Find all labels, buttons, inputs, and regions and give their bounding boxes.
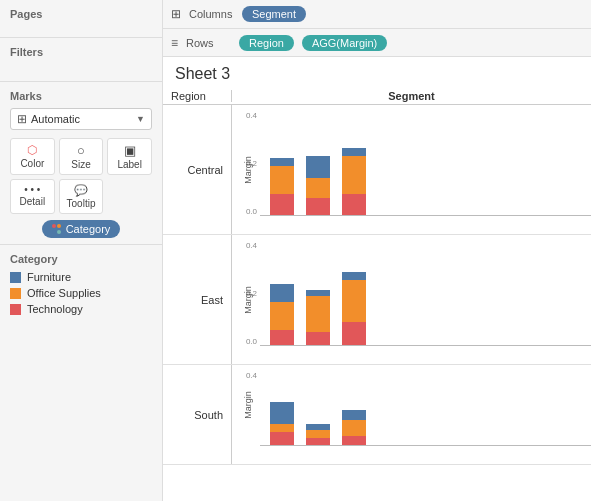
- color-button[interactable]: ⬡ Color: [10, 138, 55, 175]
- category-item-furniture: Furniture: [10, 271, 152, 283]
- bar-segment-office: [306, 178, 330, 198]
- marks-dropdown[interactable]: ⊞ Automatic ▼: [10, 108, 152, 130]
- detail-icon: • • •: [24, 184, 40, 195]
- margin-label-south: Margin: [243, 391, 253, 419]
- bar-south-homeoffice[interactable]: [342, 410, 366, 446]
- category-title: Category: [10, 253, 152, 265]
- bar-segment-office: [342, 156, 366, 194]
- bars-east: [260, 235, 591, 364]
- technology-color: [10, 304, 21, 315]
- bar-segment-tech: [270, 330, 294, 346]
- region-label-south: South: [163, 365, 231, 464]
- bar-east-homeoffice[interactable]: [342, 272, 366, 346]
- main-content: ⊞ Columns Segment ≡ Rows Region AGG(Marg…: [163, 0, 591, 501]
- rows-icon: ≡: [171, 36, 178, 50]
- bar-segment-tech: [342, 322, 366, 346]
- marks-dropdown-icon: ⊞: [17, 112, 27, 126]
- tooltip-button[interactable]: 💬 Tooltip: [59, 179, 104, 214]
- margin-label-east: Margin: [243, 286, 253, 314]
- category-pill-label: Category: [66, 223, 111, 235]
- bar-segment-office: [306, 430, 330, 438]
- office-supplies-label: Office Supplies: [27, 287, 101, 299]
- bar-east-consumer[interactable]: [270, 284, 294, 346]
- chart-row-south: South 0.4 Margin: [163, 365, 591, 465]
- header-area: ⊞ Columns Segment ≡ Rows Region AGG(Marg…: [163, 0, 591, 57]
- bar-south-corporate[interactable]: [306, 424, 330, 446]
- pages-label: Pages: [10, 8, 152, 20]
- region-label-east: East: [163, 235, 231, 364]
- color-label: Color: [20, 158, 44, 169]
- y-val-00-east: 0.0: [246, 337, 257, 346]
- filters-label: Filters: [10, 46, 152, 58]
- bar-segment-furn: [342, 148, 366, 156]
- bar-segment-furn: [342, 410, 366, 420]
- bar-central-corporate[interactable]: [306, 156, 330, 216]
- chart-row-central: Central 0.4 0.2 0.0 Margin: [163, 105, 591, 235]
- y-val-00: 0.0: [246, 207, 257, 216]
- pages-section: Pages: [0, 0, 162, 38]
- label-icon: ▣: [124, 143, 136, 158]
- category-item-technology: Technology: [10, 303, 152, 315]
- y-val-04-south: 0.4: [246, 371, 257, 380]
- bar-segment-tech: [342, 194, 366, 216]
- bar-segment-furn: [270, 402, 294, 424]
- y-val-04: 0.4: [246, 111, 257, 120]
- chart-row-east: East 0.4 0.2 0.0 Margin: [163, 235, 591, 365]
- rows-label: Rows: [186, 37, 231, 49]
- region-pill[interactable]: Region: [239, 35, 294, 51]
- bar-segment-tech: [306, 332, 330, 346]
- marks-title: Marks: [10, 90, 152, 102]
- size-icon: ○: [77, 143, 85, 158]
- sheet-area: Sheet 3 Region Segment Central 0.4 0.2 0…: [163, 57, 591, 501]
- filters-section: Filters: [0, 38, 162, 82]
- axis-line-south: [260, 445, 591, 446]
- segment-pill[interactable]: Segment: [242, 6, 306, 22]
- size-label: Size: [71, 159, 90, 170]
- columns-label: Columns: [189, 8, 234, 20]
- bar-south-consumer[interactable]: [270, 402, 294, 446]
- label-button[interactable]: ▣ Label: [107, 138, 152, 175]
- bar-segment-office: [342, 420, 366, 436]
- region-col-header: Region: [163, 90, 231, 102]
- bar-segment-office: [306, 296, 330, 332]
- furniture-label: Furniture: [27, 271, 71, 283]
- region-label-central: Central: [163, 105, 231, 234]
- bar-segment-furn: [270, 284, 294, 302]
- bar-segment-tech: [270, 194, 294, 216]
- bar-segment-furn: [342, 272, 366, 280]
- agg-margin-pill[interactable]: AGG(Margin): [302, 35, 387, 51]
- chevron-down-icon: ▼: [136, 114, 145, 124]
- bar-segment-tech: [306, 198, 330, 216]
- marks-section: Marks ⊞ Automatic ▼ ⬡ Color ○ Size ▣ Lab…: [0, 82, 162, 245]
- label-label: Label: [117, 159, 141, 170]
- category-item-office-supplies: Office Supplies: [10, 287, 152, 299]
- columns-icon: ⊞: [171, 7, 181, 21]
- category-pill[interactable]: Category: [42, 220, 121, 238]
- bar-segment-office: [270, 424, 294, 432]
- furniture-color: [10, 272, 21, 283]
- bars-south: [260, 365, 591, 464]
- marks-dropdown-label: Automatic: [31, 113, 136, 125]
- axis-line-east: [260, 345, 591, 346]
- size-button[interactable]: ○ Size: [59, 138, 104, 175]
- y-val-04-east: 0.4: [246, 241, 257, 250]
- tooltip-icon: 💬: [74, 184, 88, 197]
- bar-segment-furn: [306, 156, 330, 178]
- bar-east-corporate[interactable]: [306, 290, 330, 346]
- detail-button[interactable]: • • • Detail: [10, 179, 55, 214]
- margin-label-central: Margin: [243, 156, 253, 184]
- sidebar: Pages Filters Marks ⊞ Automatic ▼ ⬡ Colo…: [0, 0, 163, 501]
- category-section: Category Furniture Office Supplies Techn…: [0, 245, 162, 501]
- bars-central: [260, 105, 591, 234]
- category-dots-icon: [52, 224, 62, 234]
- bar-segment-office: [342, 280, 366, 322]
- bar-segment-office: [270, 166, 294, 194]
- technology-label: Technology: [27, 303, 83, 315]
- bar-central-consumer[interactable]: [270, 158, 294, 216]
- marks-buttons: ⬡ Color ○ Size ▣ Label • • • Detail 💬 To…: [10, 138, 152, 214]
- bar-segment-tech: [270, 432, 294, 446]
- sheet-title: Sheet 3: [163, 57, 591, 87]
- category-pill-container: Category: [10, 220, 152, 238]
- bar-central-homeoffice[interactable]: [342, 148, 366, 216]
- axis-line-central: [260, 215, 591, 216]
